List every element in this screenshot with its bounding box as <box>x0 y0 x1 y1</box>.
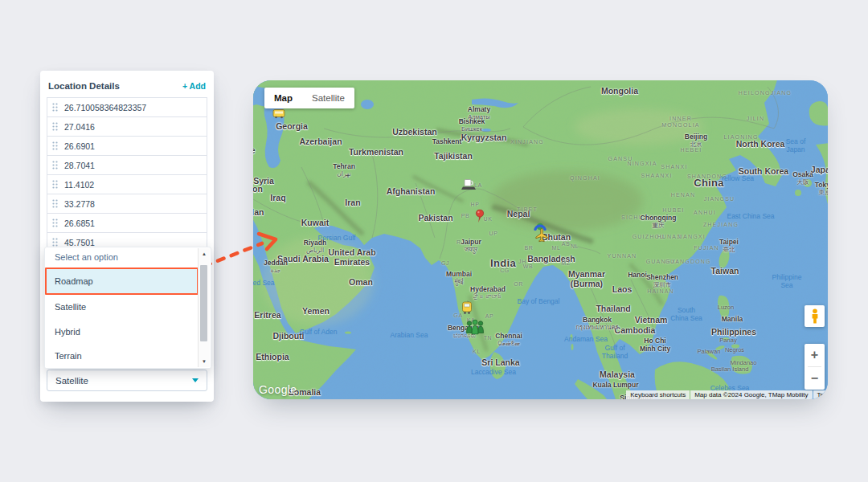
page: { "panel": { "title": "Location Details"… <box>0 0 868 482</box>
location-item[interactable]: 26.6851 <box>47 213 207 233</box>
location-value: 26.6901 <box>64 141 95 151</box>
terms-link[interactable]: Te <box>813 390 828 399</box>
google-logo: Google <box>259 383 297 396</box>
drag-handle-icon[interactable] <box>52 219 58 227</box>
map-button[interactable]: Map <box>264 88 302 108</box>
panel-title: Location Details <box>48 81 120 91</box>
drag-handle-icon[interactable] <box>52 199 58 208</box>
location-value: 26.6851 <box>64 219 95 228</box>
map-attribution: Keyboard shortcuts Map data ©2024 Google… <box>625 390 828 399</box>
drag-handle-icon[interactable] <box>52 238 58 247</box>
map-type-dropdown: Select an option RoadmapSatelliteHybridT… <box>44 247 211 369</box>
dropdown-scrollbar[interactable]: ▲ ▼ <box>198 248 210 367</box>
zoom-out-button[interactable]: − <box>805 367 825 390</box>
pegman-control[interactable] <box>805 305 825 327</box>
dropdown-option-roadmap[interactable]: Roadmap <box>45 268 199 295</box>
map-data-attribution: Map data ©2024 Google, TMap Mobility <box>690 390 812 399</box>
location-item[interactable]: 26.710058364823357 <box>47 97 207 117</box>
dropdown-option-satellite[interactable]: Satellite <box>45 295 211 319</box>
pegman-icon <box>810 308 820 324</box>
scroll-up-icon[interactable]: ▲ <box>199 250 210 258</box>
location-list: 26.71005836482335727.041626.690128.70411… <box>47 97 207 252</box>
keyboard-shortcuts-link[interactable]: Keyboard shortcuts <box>626 390 690 399</box>
drag-handle-icon[interactable] <box>52 122 58 131</box>
chevron-down-icon <box>192 378 199 382</box>
marker-airplane-icon[interactable] <box>534 227 551 246</box>
satellite-button[interactable]: Satellite <box>302 88 354 108</box>
location-value: 33.2778 <box>64 199 95 209</box>
drag-handle-icon[interactable] <box>52 141 58 150</box>
location-value: 27.0416 <box>64 122 95 132</box>
drag-handle-icon[interactable] <box>52 161 58 170</box>
marker-people-icon[interactable] <box>465 320 485 338</box>
scroll-down-icon[interactable]: ▼ <box>199 357 210 366</box>
dropdown-options: RoadmapSatelliteHybridTerrain <box>45 268 211 368</box>
marker-train-icon[interactable] <box>462 301 473 318</box>
panel-header: Location Details + Add <box>40 71 214 97</box>
map-type-control: Map Satellite <box>264 88 354 108</box>
location-details-panel: Location Details + Add 26.71005836482335… <box>40 71 214 402</box>
location-value: 28.7041 <box>64 161 95 170</box>
add-location-button[interactable]: + Add <box>182 81 206 91</box>
drag-handle-icon[interactable] <box>52 180 58 189</box>
location-item[interactable]: 27.0416 <box>47 116 207 137</box>
location-value: 11.4102 <box>64 180 94 190</box>
zoom-in-button[interactable]: + <box>805 344 825 366</box>
map-card[interactable]: GeorgiaAzerbaijanTürkiyeSyriaLebanonJord… <box>253 80 828 399</box>
map-type-select[interactable]: Satellite <box>47 370 207 391</box>
dropdown-option-hybrid[interactable]: Hybrid <box>45 320 211 344</box>
location-item[interactable]: 33.2778 <box>47 194 207 214</box>
marker-pushpin-icon[interactable] <box>474 210 485 227</box>
scrollbar-thumb[interactable] <box>200 265 207 341</box>
location-value: 45.7501 <box>64 238 95 247</box>
dropdown-option-terrain[interactable]: Terrain <box>45 344 211 368</box>
dropdown-placeholder: Select an option <box>45 247 211 268</box>
marker-cafe-icon[interactable] <box>461 178 476 194</box>
map-type-select-value: Satellite <box>55 376 88 386</box>
marker-bus-icon[interactable] <box>272 108 285 122</box>
zoom-control: + − <box>805 344 825 390</box>
location-item[interactable]: 26.6901 <box>47 136 207 156</box>
location-item[interactable]: 11.4102 <box>47 174 207 194</box>
location-item[interactable]: 28.7041 <box>47 155 207 175</box>
location-value: 26.710058364823357 <box>64 103 146 112</box>
drag-handle-icon[interactable] <box>52 103 58 112</box>
